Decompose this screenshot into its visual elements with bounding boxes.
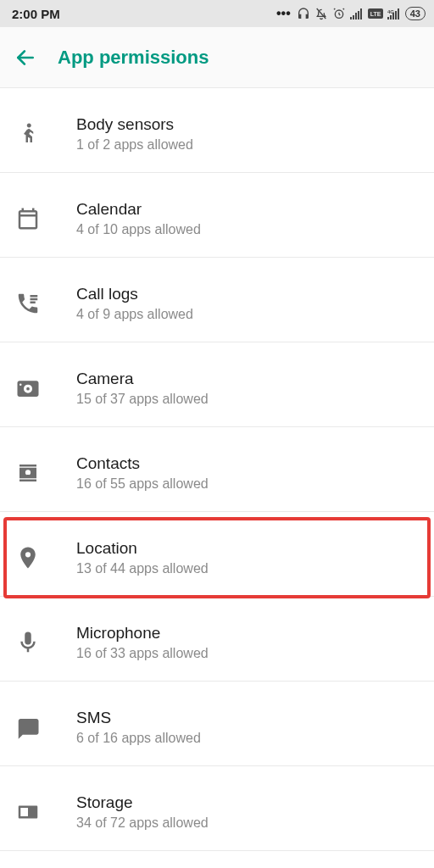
svg-rect-3: [353, 15, 354, 19]
list-item[interactable]: Contacts16 of 55 apps allowed: [0, 434, 434, 512]
item-title: Camera: [76, 370, 422, 388]
list-item[interactable]: SMS6 of 16 apps allowed: [0, 688, 434, 766]
item-text: Microphone16 of 33 apps allowed: [76, 624, 422, 661]
permission-row-contacts[interactable]: Contacts16 of 55 apps allowed: [0, 434, 434, 512]
item-title: Call logs: [76, 285, 422, 303]
item-text: Calendar4 of 10 apps allowed: [76, 200, 422, 237]
storage-icon: [15, 799, 76, 825]
list-item[interactable]: Call logs4 of 9 apps allowed: [0, 264, 434, 342]
item-title: Body sensors: [76, 115, 422, 134]
action-bar: App permissions: [0, 27, 434, 88]
svg-rect-13: [395, 11, 397, 19]
item-subtitle: 4 of 10 apps allowed: [76, 222, 422, 237]
headphones-icon: [297, 7, 310, 20]
item-text: Body sensors1 of 2 apps allowed: [76, 115, 422, 153]
signal2-icon: 4G: [387, 8, 401, 19]
permission-row-microphone[interactable]: Microphone16 of 33 apps allowed: [0, 604, 434, 682]
permission-row-sms[interactable]: SMS6 of 16 apps allowed: [0, 688, 434, 766]
item-title: Calendar: [76, 200, 422, 219]
svg-text:LTE: LTE: [370, 11, 381, 17]
item-text: Storage34 of 72 apps allowed: [76, 793, 422, 831]
alarm-icon: [332, 7, 346, 20]
location-icon: [15, 545, 76, 570]
svg-rect-4: [355, 13, 357, 19]
item-subtitle: 6 of 16 apps allowed: [76, 731, 422, 746]
list-item[interactable]: Telephone: [0, 858, 434, 868]
call-logs-icon: [15, 291, 76, 316]
volte-icon: LTE: [368, 8, 383, 19]
microphone-icon: [15, 630, 76, 655]
item-title: SMS: [76, 709, 422, 727]
item-text: Camera15 of 37 apps allowed: [76, 370, 422, 407]
status-icons: ••• LTE 4G 43: [276, 6, 426, 21]
permission-row-body-sensors[interactable]: Body sensors1 of 2 apps allowed: [0, 95, 434, 173]
svg-rect-6: [360, 8, 362, 19]
item-subtitle: 13 of 44 apps allowed: [76, 561, 422, 576]
permission-row-camera[interactable]: Camera15 of 37 apps allowed: [0, 349, 434, 427]
item-subtitle: 34 of 72 apps allowed: [76, 815, 422, 831]
svg-rect-2: [350, 17, 352, 19]
signal-icon: [350, 8, 364, 19]
item-subtitle: 15 of 37 apps allowed: [76, 392, 422, 407]
permission-row-telephone[interactable]: Telephone: [0, 858, 434, 868]
more-icon: •••: [276, 6, 291, 21]
list-item[interactable]: Calendar4 of 10 apps allowed: [0, 180, 434, 258]
list-item[interactable]: Storage34 of 72 apps allowed: [0, 773, 434, 851]
item-subtitle: 16 of 33 apps allowed: [76, 646, 422, 661]
sms-icon: [15, 715, 76, 740]
svg-rect-14: [398, 8, 399, 19]
list-item[interactable]: Body sensors1 of 2 apps allowed: [0, 95, 434, 173]
permission-row-location[interactable]: Location13 of 44 apps allowed: [0, 519, 434, 597]
svg-rect-5: [358, 11, 359, 19]
camera-icon: [15, 376, 76, 401]
svg-rect-11: [390, 15, 392, 19]
item-title: Location: [76, 539, 422, 558]
battery-indicator: 43: [405, 7, 426, 20]
permission-row-storage[interactable]: Storage34 of 72 apps allowed: [0, 773, 434, 851]
list-item[interactable]: Camera15 of 37 apps allowed: [0, 349, 434, 427]
item-title: Contacts: [76, 454, 422, 473]
item-subtitle: 1 of 2 apps allowed: [76, 137, 422, 153]
item-title: Storage: [76, 793, 422, 812]
body-sensors-icon: [15, 121, 76, 147]
status-time: 2:00 PM: [12, 7, 60, 21]
permission-row-calendar[interactable]: Calendar4 of 10 apps allowed: [0, 180, 434, 258]
list-item[interactable]: Location13 of 44 apps allowed: [0, 519, 434, 597]
back-button[interactable]: [12, 44, 39, 71]
permission-row-call-logs[interactable]: Call logs4 of 9 apps allowed: [0, 264, 434, 342]
calendar-icon: [15, 206, 76, 231]
item-text: Location13 of 44 apps allowed: [76, 539, 422, 576]
list-item[interactable]: Microphone16 of 33 apps allowed: [0, 604, 434, 682]
item-text: Contacts16 of 55 apps allowed: [76, 454, 422, 492]
item-subtitle: 16 of 55 apps allowed: [76, 476, 422, 492]
status-bar: 2:00 PM ••• LTE 4G 43: [0, 0, 434, 27]
item-subtitle: 4 of 9 apps allowed: [76, 307, 422, 322]
page-title: App permissions: [58, 47, 209, 69]
contacts-icon: [15, 460, 76, 486]
svg-rect-10: [387, 17, 389, 19]
permissions-list: Body sensors1 of 2 apps allowedCalendar4…: [0, 88, 434, 868]
item-text: SMS6 of 16 apps allowed: [76, 709, 422, 746]
svg-rect-12: [392, 13, 394, 19]
arrow-back-icon: [14, 47, 36, 69]
item-text: Call logs4 of 9 apps allowed: [76, 285, 422, 322]
item-title: Microphone: [76, 624, 422, 643]
mute-icon: [314, 7, 328, 20]
